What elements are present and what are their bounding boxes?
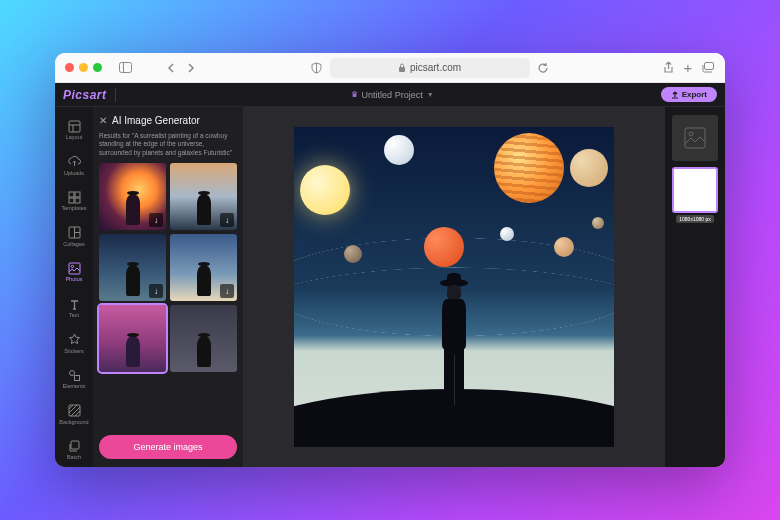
shield-icon[interactable] [310,61,324,75]
reload-icon[interactable] [536,61,550,75]
svg-rect-18 [74,375,79,380]
svg-rect-8 [69,192,74,197]
sidebar-item-layout[interactable]: Layout [57,113,91,147]
download-icon[interactable]: ↓ [220,284,234,298]
svg-rect-11 [75,198,80,203]
back-icon[interactable] [164,61,178,75]
url-bar[interactable]: picsart.com [330,58,530,78]
export-icon [671,91,679,99]
photos-icon [67,261,81,275]
sidebar-toggle-icon[interactable] [118,61,132,75]
sidebar-item-batch[interactable]: Batch [57,433,91,467]
svg-rect-21 [685,128,705,148]
chevron-down-icon: ▼ [427,91,434,98]
layer-dimensions-badge: 1080x1080 px [676,215,713,223]
results-text: Results for "A surrealist painting of a … [99,132,237,157]
forward-icon[interactable] [184,61,198,75]
download-icon[interactable]: ↓ [220,213,234,227]
app-frame: Picsart ♛ Untitled Project ▼ Export Layo… [55,83,725,467]
close-panel-icon[interactable]: ✕ [99,115,107,126]
sidebar-item-collages[interactable]: Collages [57,220,91,254]
svg-rect-9 [75,192,80,197]
results-grid: ↓ ↓ ↓ ↓ [99,163,237,372]
minimize-window-icon[interactable] [79,63,88,72]
export-button[interactable]: Export [661,87,717,102]
generated-image[interactable] [294,127,614,447]
canvas-area[interactable] [243,107,665,467]
background-icon [67,404,81,418]
result-thumb[interactable]: ↓ [99,163,166,230]
app-topbar: Picsart ♛ Untitled Project ▼ Export [55,83,725,107]
export-label: Export [682,90,707,99]
sidebar-item-photos[interactable]: Photos [57,255,91,289]
batch-icon [67,439,81,453]
svg-rect-4 [704,63,713,70]
elements-icon [67,368,81,382]
left-sidebar: Layout Uploads Templates Collages Photos… [55,107,93,467]
share-icon[interactable] [661,61,675,75]
result-thumb[interactable]: ↓ [170,163,237,230]
result-thumb[interactable]: ↓ [170,234,237,301]
sidebar-item-stickers[interactable]: Stickers [57,327,91,361]
svg-point-17 [69,370,74,375]
new-tab-icon[interactable]: + [681,61,695,75]
url-text: picsart.com [410,62,461,73]
text-icon [67,297,81,311]
app-body: Layout Uploads Templates Collages Photos… [55,107,725,467]
browser-window: picsart.com + Picsart ♛ Untitled Project… [55,53,725,467]
maximize-window-icon[interactable] [93,63,102,72]
generate-button[interactable]: Generate images [99,435,237,459]
sidebar-item-uploads[interactable]: Uploads [57,149,91,183]
crown-icon: ♛ [351,90,358,99]
sidebar-item-text[interactable]: Text [57,291,91,325]
ai-generator-panel: ✕ AI Image Generator Results for "A surr… [93,107,243,467]
lock-icon [398,63,406,72]
download-icon[interactable]: ↓ [149,284,163,298]
layer-thumb-active[interactable] [672,167,718,213]
browser-chrome: picsart.com + [55,53,725,83]
tabs-icon[interactable] [701,61,715,75]
result-thumb[interactable] [170,305,237,372]
app-logo: Picsart [63,88,107,102]
layer-thumb[interactable] [672,115,718,161]
svg-rect-5 [69,121,80,132]
project-name-area[interactable]: ♛ Untitled Project ▼ [124,90,661,100]
project-name: Untitled Project [362,90,423,100]
result-thumb[interactable] [99,305,166,372]
right-sidebar: 1080x1080 px [665,107,725,467]
layout-icon [67,119,81,133]
svg-point-16 [71,265,73,267]
stickers-icon [67,333,81,347]
svg-rect-0 [119,63,131,73]
download-icon[interactable]: ↓ [149,213,163,227]
templates-icon [67,190,81,204]
sidebar-item-templates[interactable]: Templates [57,184,91,218]
uploads-icon [67,155,81,169]
svg-rect-20 [71,441,79,449]
svg-rect-10 [69,198,74,203]
svg-rect-15 [69,263,80,274]
window-controls [65,63,102,72]
close-window-icon[interactable] [65,63,74,72]
panel-title: AI Image Generator [112,115,200,126]
svg-rect-3 [399,67,405,72]
collages-icon [67,226,81,240]
sidebar-item-background[interactable]: Background [57,398,91,432]
sidebar-item-elements[interactable]: Elements [57,362,91,396]
result-thumb[interactable]: ↓ [99,234,166,301]
svg-point-22 [689,132,693,136]
panel-header: ✕ AI Image Generator [99,115,237,126]
